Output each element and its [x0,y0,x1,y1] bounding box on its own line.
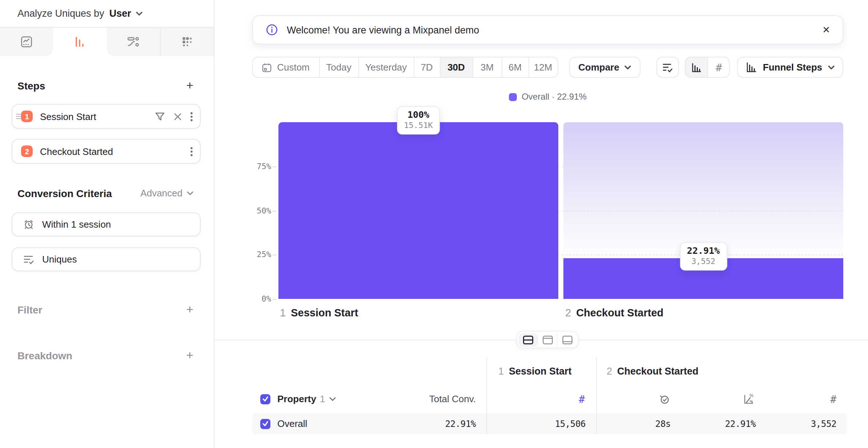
tab-insights[interactable] [0,28,53,56]
conv-rate-header[interactable]: % [679,385,763,413]
step-options-kebab-icon[interactable] [190,147,193,156]
analyze-entity-select[interactable]: User [109,8,131,19]
add-step-button[interactable]: + [186,79,193,92]
axis-tick [273,211,276,211]
y-axis-label: 50% [257,206,271,215]
layout-toggle-group [516,331,579,348]
sidebar-body: Steps + 1 Session Start [0,80,214,361]
total-conv-value: 22.91% [445,419,486,429]
session-start-count-header[interactable]: # [486,385,596,413]
y-axis-label: 75% [257,162,271,171]
range-12m[interactable]: 12M [528,57,557,77]
range-30d[interactable]: 30D [439,57,472,77]
bar-fill [278,122,558,299]
step-row-1[interactable]: 1 Session Start [12,104,201,129]
advanced-toggle[interactable]: Advanced [140,188,193,199]
filter-title: Filter [17,304,42,315]
tab-flows[interactable] [107,28,160,56]
range-yesterday[interactable]: Yesterday [358,57,413,77]
layout-table-button[interactable] [557,333,576,347]
compare-button[interactable]: Compare [569,57,640,78]
step-options-kebab-icon[interactable] [190,112,193,121]
query-builder-sidebar: Analyze Uniques by User [0,0,214,448]
range-6m[interactable]: 6M [501,57,528,77]
group-index: 1 [498,365,504,376]
tab-retention[interactable] [160,28,214,56]
step-event-name[interactable]: Checkout Started [40,146,182,157]
avg-time-header[interactable] [596,385,679,413]
conversion-criteria-title: Conversion Criteria [17,187,112,199]
step-row-2[interactable]: 2 Checkout Started [12,139,201,164]
funnel-bar-session-start[interactable]: 100% 15.51K [278,122,558,299]
drag-handle-icon[interactable] [15,113,22,119]
converted-count-header[interactable]: # [763,385,847,413]
step-number-badge: 1 [21,111,33,122]
range-label: 7D [421,62,433,73]
layout-chart-button[interactable] [537,333,557,347]
range-label: 3M [481,62,494,73]
range-label: Custom [277,62,310,73]
session-start-count-cell: 15,506 [486,413,596,434]
session-start-count: 15,506 [555,419,586,429]
tooltip-percent: 100% [404,109,433,121]
steps-section-header: Steps + [12,80,201,91]
range-custom[interactable]: Custom [253,57,319,77]
flows-icon [126,36,140,48]
breakdown-table: 1 Session Start 2 Checkout Started Prope… [252,357,847,434]
conversion-rate-icon: % [743,393,754,405]
add-filter-button[interactable]: + [186,303,193,316]
filter-step-icon[interactable] [155,112,165,121]
bar-tooltip: 22.91% 3,552 [680,243,727,271]
row-checkbox[interactable] [260,419,270,429]
format-absolute[interactable]: # [708,57,730,77]
total-conv-header[interactable]: Total Conv. [429,393,486,404]
table-row-overall-main[interactable]: Overall 22.91% [252,413,486,434]
layout-split-button[interactable] [518,333,537,347]
step-name: Session Start [291,307,358,319]
property-index: 1 [320,393,325,404]
group-index: 2 [607,365,612,376]
tooltip-count: 3,552 [687,257,720,267]
range-3m[interactable]: 3M [472,57,501,77]
axis-tick [273,299,276,300]
chevron-down-icon [136,11,143,16]
row-label: Overall [277,418,307,429]
chevron-down-icon [329,397,336,401]
property-dropdown[interactable]: Property 1 [277,393,336,404]
converted-count-cell: 3,552 [763,413,847,434]
demo-banner: Welcome! You are viewing a Mixpanel demo… [252,15,843,44]
axis-tick [273,255,276,256]
funnel-chart: 75% 50% 25% 0% 100% 15.51K 22.91% 3,552 [278,122,843,299]
hash-icon: # [830,393,836,405]
tab-funnels[interactable] [53,28,107,56]
remove-step-icon[interactable] [174,112,182,120]
conversion-criteria-header: Conversion Criteria Advanced [12,188,201,199]
list-check-icon [663,62,674,72]
range-7d[interactable]: 7D [413,57,439,77]
axis-tick [273,167,276,167]
advanced-label: Advanced [140,188,182,199]
layout-top-icon [542,335,553,344]
compare-label: Compare [578,62,619,73]
chart-legend: Overall · 22.91% [252,92,843,102]
chart-type-dropdown[interactable]: Funnel Steps [738,57,843,78]
tooltip-count: 15.51K [404,121,433,131]
range-label: 12M [534,62,552,73]
list-check-icon [23,254,34,264]
select-all-checkbox[interactable] [260,394,270,404]
conversion-window-card[interactable]: Within 1 session [12,212,201,236]
counting-method-card[interactable]: Uniques [12,247,201,271]
format-percent-bars[interactable] [686,57,708,77]
step-name: Checkout Started [576,307,663,319]
banner-close-icon[interactable]: ✕ [822,24,830,35]
y-axis-label: 0% [262,294,272,304]
time-to-convert-icon [658,393,670,405]
metric-uniques-button[interactable] [657,57,679,78]
range-today[interactable]: Today [319,57,358,77]
step-event-name[interactable]: Session Start [40,111,146,122]
breakdown-section-header: Breakdown + [12,350,201,361]
value-format-segment: # [685,57,730,78]
legend-label: Overall · 22.91% [522,92,587,102]
add-breakdown-button[interactable]: + [186,349,193,361]
funnels-icon [74,36,86,48]
